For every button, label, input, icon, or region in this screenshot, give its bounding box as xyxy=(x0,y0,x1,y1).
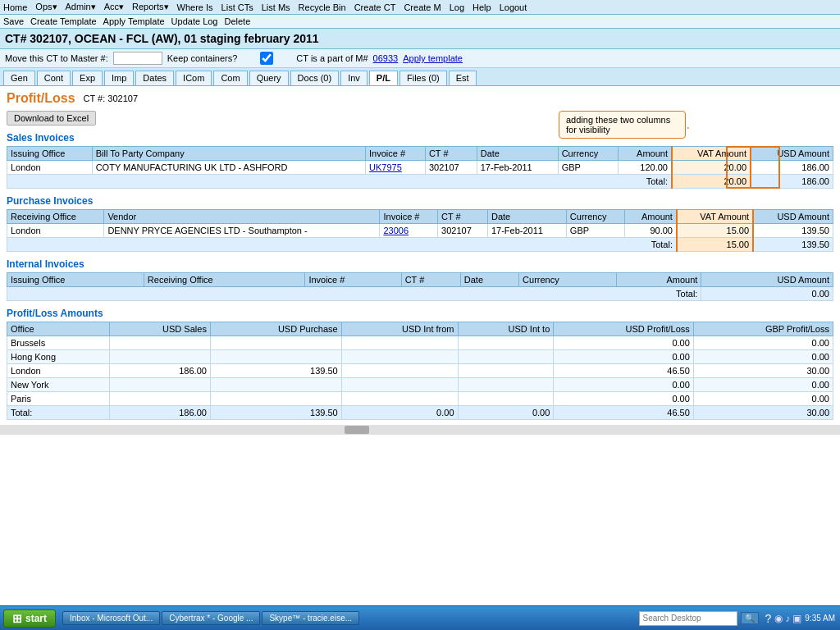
sales-col-amount: Amount xyxy=(619,147,672,161)
horizontal-scrollbar[interactable] xyxy=(0,425,840,435)
pur-invoice-link[interactable]: 23006 xyxy=(383,226,409,235)
subnav-update-log[interactable]: Update Log xyxy=(171,16,218,26)
int-col-date: Date xyxy=(460,273,518,287)
pla-col-office: Office xyxy=(7,322,110,336)
sales-invoice-link-cell: UK7975 xyxy=(366,161,426,175)
pl-header: Profit/Loss CT #: 302107 xyxy=(7,91,833,106)
sales-vat-amount: 20.00 xyxy=(672,161,751,175)
nav-createct[interactable]: Create CT xyxy=(354,2,396,12)
nav-home[interactable]: Home xyxy=(3,2,27,12)
subnav-create-template[interactable]: Create Template xyxy=(30,16,97,26)
pla-col-usd-sales: USD Sales xyxy=(110,322,211,336)
page-title: CT# 302107, OCEAN - FCL (AW), 01 staging… xyxy=(0,29,840,49)
int-total-label: Total: xyxy=(7,287,701,301)
pla-total-usd-int-to: 0.00 xyxy=(458,406,554,420)
pur-col-receiving-office: Receiving Office xyxy=(7,210,104,224)
sales-col-currency: Currency xyxy=(558,147,619,161)
nav-createm[interactable]: Create M xyxy=(404,2,441,12)
nav-recyclebin[interactable]: Recycle Bin xyxy=(299,2,346,12)
sub-nav: Save Create Template Apply Template Upda… xyxy=(0,15,840,29)
ct-info-bar: Move this CT to Master #: Keep container… xyxy=(0,49,840,68)
sales-col-date: Date xyxy=(477,147,558,161)
purchase-total-row: Total: 15.00 139.50 xyxy=(7,238,833,252)
sales-bill-to: COTY MANUFACTURING UK LTD - ASHFORD xyxy=(92,161,365,175)
tab-docs[interactable]: Docs (0) xyxy=(290,71,340,85)
nav-acc[interactable]: Acc▾ xyxy=(104,2,124,12)
move-ct-label: Move this CT to Master #: xyxy=(5,53,108,63)
pl-amounts-header: Profit/Loss Amounts xyxy=(7,308,833,319)
annotation-text: adding these two columns for visibility xyxy=(566,115,670,135)
sales-total-label: Total: xyxy=(7,175,672,189)
tab-icom[interactable]: ICom xyxy=(176,71,212,85)
int-col-amount: Amount xyxy=(616,273,701,287)
subnav-delete[interactable]: Delete xyxy=(225,16,251,26)
tab-query[interactable]: Query xyxy=(249,71,289,85)
sales-date: 17-Feb-2011 xyxy=(477,161,558,175)
pl-amounts-table: Office USD Sales USD Purchase USD Int fr… xyxy=(7,322,833,420)
pur-amount: 90.00 xyxy=(625,224,677,238)
nav-logout[interactable]: Logout xyxy=(500,2,527,12)
int-col-ct-num: CT # xyxy=(401,273,460,287)
sales-currency: GBP xyxy=(558,161,619,175)
sales-issuing-office: London xyxy=(7,161,93,175)
tab-cont[interactable]: Cont xyxy=(37,71,71,85)
annotation-box: adding these two columns for visibility xyxy=(559,111,686,139)
tab-inv[interactable]: Inv xyxy=(340,71,368,85)
apply-template-link[interactable]: Apply template xyxy=(403,53,463,63)
tab-exp[interactable]: Exp xyxy=(72,71,103,85)
pur-total-usd: 139.50 xyxy=(753,238,833,252)
sales-total-usd: 186.00 xyxy=(751,175,833,189)
download-excel-button[interactable]: Download to Excel xyxy=(7,111,96,126)
int-total-usd: 0.00 xyxy=(701,287,833,301)
pur-total-label: Total: xyxy=(7,238,677,252)
table-row: Paris 0.00 0.00 xyxy=(7,392,833,406)
keep-containers-checkbox[interactable] xyxy=(242,52,291,65)
pur-receiving-office: London xyxy=(7,224,104,238)
tab-est[interactable]: Est xyxy=(449,71,477,85)
main-content: Profit/Loss CT #: 302107 Download to Exc… xyxy=(0,86,840,425)
tab-com[interactable]: Com xyxy=(213,71,247,85)
internal-invoices-header: Internal Invoices xyxy=(7,258,833,270)
pla-col-usd-purchase: USD Purchase xyxy=(210,322,341,336)
pur-col-currency: Currency xyxy=(566,210,624,224)
pl-ct-number: CT #: 302107 xyxy=(84,94,138,103)
nav-help[interactable]: Help xyxy=(472,2,491,12)
nav-reports[interactable]: Reports▾ xyxy=(132,2,169,12)
sales-col-vat-amount: VAT Amount xyxy=(672,147,751,161)
pla-col-usd-int-from: USD Int from xyxy=(341,322,458,336)
pur-col-vat-amount: VAT Amount xyxy=(677,210,753,224)
pla-total-usd-purchase: 139.50 xyxy=(210,406,341,420)
pl-title: Profit/Loss xyxy=(7,91,75,106)
pur-currency: GBP xyxy=(566,224,624,238)
pla-total-usd-pl: 46.50 xyxy=(554,406,694,420)
tab-gen[interactable]: Gen xyxy=(3,71,35,85)
int-col-invoice-num: Invoice # xyxy=(305,273,401,287)
subnav-apply-template[interactable]: Apply Template xyxy=(103,16,165,26)
tab-dates[interactable]: Dates xyxy=(135,71,174,85)
tab-pl[interactable]: P/L xyxy=(369,71,398,85)
nav-listcts[interactable]: List CTs xyxy=(221,2,253,12)
master-ct-input[interactable] xyxy=(113,52,162,65)
pur-date: 17-Feb-2011 xyxy=(487,224,566,238)
nav-ops[interactable]: Ops▾ xyxy=(35,2,57,12)
tab-files[interactable]: Files (0) xyxy=(399,71,447,85)
nav-whereis[interactable]: Where Is xyxy=(177,2,213,12)
pur-col-ct-num: CT # xyxy=(438,210,488,224)
nav-listms[interactable]: List Ms xyxy=(262,2,290,12)
nav-log[interactable]: Log xyxy=(450,2,464,12)
nav-admin[interactable]: Admin▾ xyxy=(66,2,96,12)
subnav-save[interactable]: Save xyxy=(3,16,24,26)
internal-invoices-table: Issuing Office Receiving Office Invoice … xyxy=(7,272,833,301)
scroll-thumb[interactable] xyxy=(345,426,369,434)
sales-amount: 120.00 xyxy=(619,161,672,175)
table-row: New York 0.00 0.00 xyxy=(7,378,833,392)
pur-invoice-link-cell: 23006 xyxy=(380,224,438,238)
tab-imp[interactable]: Imp xyxy=(104,71,134,85)
annotation-dot: · xyxy=(687,121,690,135)
pla-total-usd-sales: 186.00 xyxy=(110,406,211,420)
pur-col-invoice-num: Invoice # xyxy=(380,210,438,224)
table-row: London COTY MANUFACTURING UK LTD - ASHFO… xyxy=(7,161,833,175)
table-row: London 186.00 139.50 46.50 30.00 xyxy=(7,364,833,378)
master-number-link[interactable]: 06933 xyxy=(373,53,399,63)
sales-invoice-link[interactable]: UK7975 xyxy=(369,162,402,172)
